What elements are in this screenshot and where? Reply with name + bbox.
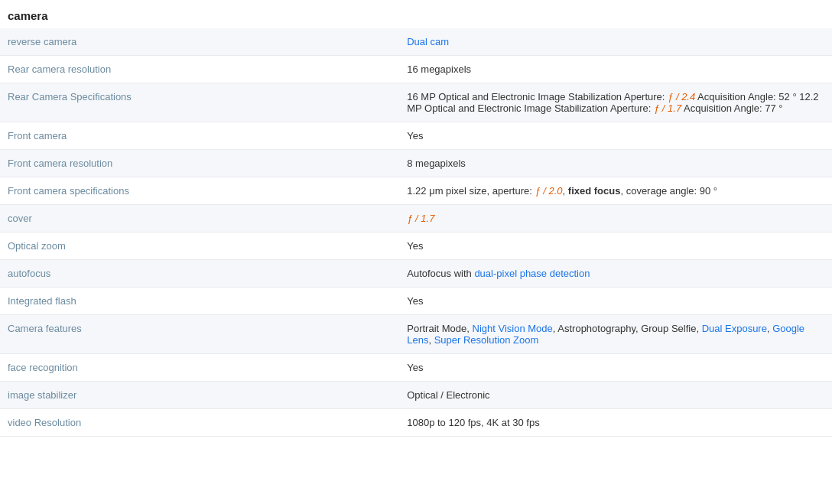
spec-value: Optical / Electronic	[399, 382, 832, 409]
spec-table: reverse cameraDual camRear camera resolu…	[0, 28, 832, 437]
spec-value: 16 megapixels	[399, 56, 832, 83]
spec-value: Autofocus with dual-pixel phase detectio…	[399, 260, 832, 288]
spec-value: Yes	[399, 354, 832, 382]
spec-label: Front camera specifications	[0, 177, 399, 205]
table-row: face recognitionYes	[0, 354, 832, 382]
table-row: Optical zoomYes	[0, 232, 832, 260]
spec-value: Yes	[399, 122, 832, 150]
spec-label: Integrated flash	[0, 288, 399, 315]
table-row: Integrated flashYes	[0, 288, 832, 315]
spec-label: Front camera resolution	[0, 150, 399, 177]
table-row: image stabilizerOptical / Electronic	[0, 382, 832, 409]
spec-label: Rear Camera Specifications	[0, 83, 399, 122]
table-row: Camera featuresPortrait Mode, Night Visi…	[0, 315, 832, 354]
table-row: Front camera resolution8 megapixels	[0, 150, 832, 177]
spec-label: reverse camera	[0, 28, 399, 56]
spec-value: 1080p to 120 fps, 4K at 30 fps	[399, 409, 832, 437]
table-row: autofocusAutofocus with dual-pixel phase…	[0, 260, 832, 288]
table-row: reverse cameraDual cam	[0, 28, 832, 56]
table-row: coverƒ / 1.7	[0, 205, 832, 232]
spec-value: 8 megapixels	[399, 150, 832, 177]
table-row: video Resolution1080p to 120 fps, 4K at …	[0, 409, 832, 437]
spec-label: Rear camera resolution	[0, 56, 399, 83]
spec-label: Camera features	[0, 315, 399, 354]
spec-label: Optical zoom	[0, 232, 399, 260]
spec-label: face recognition	[0, 354, 399, 382]
table-row: Front camera specifications1.22 μm pixel…	[0, 177, 832, 205]
spec-value: Portrait Mode, Night Vision Mode, Astrop…	[399, 315, 832, 354]
table-row: Rear Camera Specifications16 MP Optical …	[0, 83, 832, 122]
spec-value: Dual cam	[399, 28, 832, 56]
spec-label: cover	[0, 205, 399, 232]
spec-value: Yes	[399, 288, 832, 315]
spec-label: video Resolution	[0, 409, 399, 437]
spec-value: 16 MP Optical and Electronic Image Stabi…	[399, 83, 832, 122]
spec-label: Front camera	[0, 122, 399, 150]
spec-value: 1.22 μm pixel size, aperture: ƒ / 2.0, f…	[399, 177, 832, 205]
spec-label: image stabilizer	[0, 382, 399, 409]
spec-value: ƒ / 1.7	[399, 205, 832, 232]
spec-label: autofocus	[0, 260, 399, 288]
spec-value: Yes	[399, 232, 832, 260]
table-row: Front cameraYes	[0, 122, 832, 150]
section-title: camera	[0, 0, 832, 28]
table-row: Rear camera resolution16 megapixels	[0, 56, 832, 83]
